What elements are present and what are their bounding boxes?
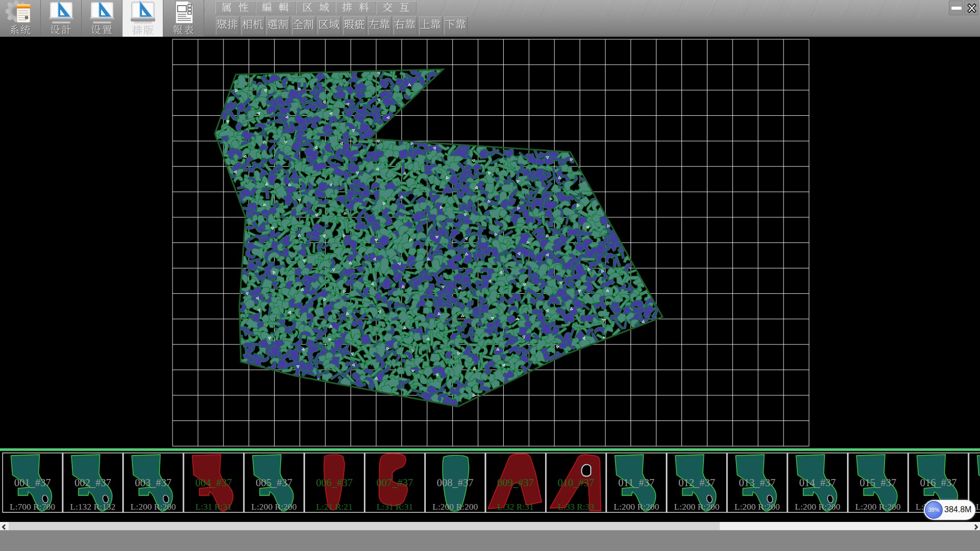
svg-text:007_#37: 007_#37: [377, 477, 413, 488]
svg-text:012_#37: 012_#37: [678, 477, 715, 488]
svg-text:002_#37: 002_#37: [75, 477, 111, 488]
svg-text:016_#37: 016_#37: [920, 477, 957, 488]
svg-text:L:200 R:200: L:200 R:200: [251, 502, 297, 512]
svg-text:L:200 R:200: L:200 R:200: [855, 502, 901, 512]
svg-text:L:200 R:200: L:200 R:200: [131, 502, 176, 512]
svg-text:003_#37: 003_#37: [135, 477, 172, 488]
svg-text:001_#37: 001_#37: [14, 477, 51, 488]
svg-text:L:200 R:200: L:200 R:200: [614, 502, 659, 512]
svg-text:L:200 R:200: L:200 R:200: [734, 502, 780, 512]
svg-text:008_#37: 008_#37: [437, 477, 474, 488]
svg-text:014_#37: 014_#37: [799, 477, 836, 488]
svg-text:L:32 R:31: L:32 R:31: [497, 502, 533, 512]
svg-text:015_#37: 015_#37: [860, 477, 896, 488]
svg-text:013_#37: 013_#37: [739, 477, 775, 488]
svg-text:L:700 R:700: L:700 R:700: [10, 502, 55, 512]
svg-text:L:200 R:200: L:200 R:200: [674, 502, 720, 512]
svg-text:L:200 R:200: L:200 R:200: [976, 502, 980, 512]
svg-text:006_#37: 006_#37: [316, 477, 353, 488]
svg-text:L:200 R:200: L:200 R:200: [795, 502, 840, 512]
svg-text:005_#37: 005_#37: [256, 477, 292, 488]
svg-text:004_#37: 004_#37: [195, 477, 232, 488]
svg-text:L:31 R:31: L:31 R:31: [377, 502, 413, 512]
svg-text:L:21 R:21: L:21 R:21: [316, 502, 352, 512]
svg-text:L:33 R:33: L:33 R:33: [558, 502, 595, 512]
svg-text:010_#37: 010_#37: [558, 477, 595, 488]
svg-text:L:31 R:31: L:31 R:31: [195, 502, 232, 512]
svg-text:009_#37: 009_#37: [497, 477, 534, 488]
svg-text:011_#37: 011_#37: [618, 477, 654, 488]
svg-text:L:200 R:200: L:200 R:200: [432, 502, 478, 512]
svg-text:L:132 R:132: L:132 R:132: [70, 502, 115, 512]
